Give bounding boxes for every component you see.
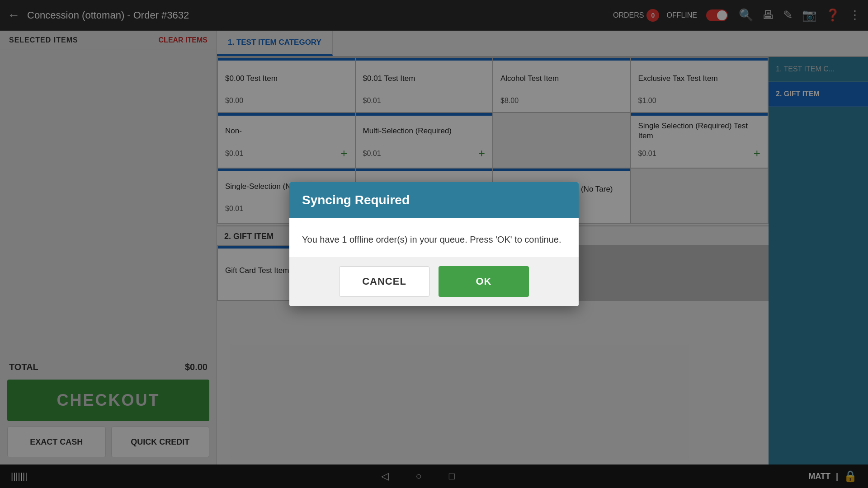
dialog-body: You have 1 offline order(s) in your queu… (289, 218, 579, 257)
dialog-header: Syncing Required (289, 182, 579, 218)
dialog-footer: CANCEL OK (289, 257, 579, 306)
dialog-message: You have 1 offline order(s) in your queu… (302, 233, 566, 246)
dialog-title: Syncing Required (302, 193, 410, 207)
syncing-dialog: Syncing Required You have 1 offline orde… (289, 182, 579, 306)
modal-overlay: Syncing Required You have 1 offline orde… (0, 0, 868, 488)
dialog-cancel-button[interactable]: CANCEL (339, 266, 429, 297)
dialog-ok-button[interactable]: OK (439, 266, 529, 297)
